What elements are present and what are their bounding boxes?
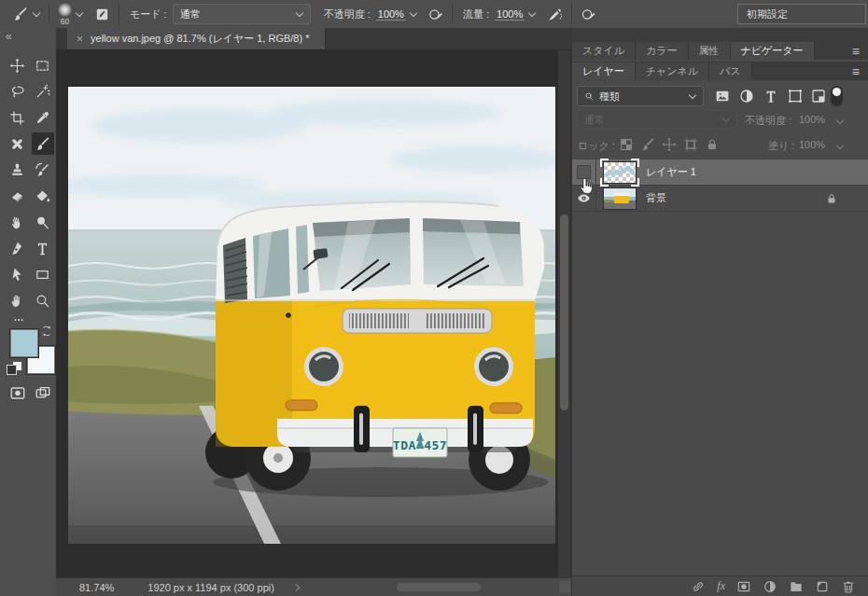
brush-settings-panel-button[interactable] xyxy=(94,7,110,22)
filter-smart-objects-icon[interactable] xyxy=(810,88,827,104)
lock-position-icon[interactable] xyxy=(662,137,677,152)
new-group-icon[interactable] xyxy=(789,579,804,594)
link-layers-icon[interactable] xyxy=(691,579,706,594)
zoom-tool[interactable] xyxy=(32,289,54,312)
spot-healing-tool[interactable] xyxy=(7,132,29,155)
smoothing-button[interactable] xyxy=(581,7,596,22)
canvas-work-area[interactable]: TDA 457 xyxy=(56,50,571,578)
new-layer-icon[interactable] xyxy=(815,579,830,594)
tool-preset-picker[interactable] xyxy=(12,7,40,22)
path-select-tool[interactable] xyxy=(7,263,29,285)
tab-properties[interactable]: 属性 xyxy=(689,42,731,60)
chevron-down-icon[interactable] xyxy=(836,143,844,150)
magic-wand-tool[interactable] xyxy=(32,80,54,103)
layer-row-background[interactable]: 背景 xyxy=(572,186,868,212)
layer-filter-toggle[interactable] xyxy=(831,86,843,106)
chevron-down-icon xyxy=(689,92,696,100)
add-layer-mask-icon[interactable] xyxy=(736,579,751,594)
tab-styles[interactable]: スタイル xyxy=(572,42,636,60)
history-brush-tool[interactable] xyxy=(32,159,54,181)
lock-artboard-icon[interactable] xyxy=(683,137,698,152)
default-colors-icon[interactable] xyxy=(7,361,22,375)
flow-value[interactable]: 100% xyxy=(495,8,525,21)
smudge-tool[interactable] xyxy=(7,211,29,233)
new-adjustment-layer-icon[interactable] xyxy=(763,579,777,594)
foreground-swatch[interactable] xyxy=(9,328,39,358)
mouse-hand-cursor xyxy=(577,174,598,200)
opacity-value[interactable]: 100% xyxy=(376,8,406,21)
brush-preset-picker[interactable]: 60 xyxy=(58,3,72,26)
horizontal-scrollbar-thumb[interactable] xyxy=(397,583,481,591)
move-icon xyxy=(9,58,25,74)
default-settings-button[interactable]: 初期設定 xyxy=(737,4,866,24)
layer1-name[interactable]: レイヤー 1 xyxy=(646,165,696,179)
chevron-down-icon xyxy=(296,10,303,18)
type-tool[interactable] xyxy=(32,237,54,259)
background-thumbnail[interactable] xyxy=(603,187,637,210)
canvas-image[interactable]: TDA 457 xyxy=(68,87,555,544)
chevron-down-icon xyxy=(33,10,40,18)
chevron-down-icon[interactable] xyxy=(410,10,417,18)
status-options-chevron[interactable] xyxy=(293,583,302,592)
tab-paths[interactable]: パス xyxy=(709,62,752,80)
layer-row-layer1[interactable]: レイヤー 1 xyxy=(572,159,868,186)
filter-adjustment-layers-icon[interactable] xyxy=(738,88,755,104)
swap-colors-icon[interactable] xyxy=(40,325,53,338)
layer-effects-button[interactable]: fx xyxy=(717,579,725,593)
panel-menu-icon[interactable]: ≡ xyxy=(852,42,860,60)
chevron-down-icon[interactable] xyxy=(528,10,536,18)
shape-tool[interactable] xyxy=(32,263,54,285)
filter-pixel-layers-icon[interactable] xyxy=(714,88,731,104)
lock-pixels-icon[interactable] xyxy=(640,137,655,152)
hand-tool[interactable] xyxy=(7,289,29,312)
dodge-icon xyxy=(35,215,50,230)
tab-layers[interactable]: レイヤー xyxy=(572,62,636,80)
edit-toolbar-button[interactable] xyxy=(9,314,28,326)
background-layer-name[interactable]: 背景 xyxy=(646,191,666,205)
search-icon xyxy=(584,91,595,102)
filter-type-layers-icon[interactable] xyxy=(763,88,779,104)
crop-tool[interactable] xyxy=(7,106,29,129)
tab-color[interactable]: カラー xyxy=(636,42,689,60)
layer-filter-select[interactable]: 種類 xyxy=(577,86,704,106)
tab-navigator[interactable]: ナビゲーター xyxy=(731,42,815,60)
eyedropper-tool[interactable] xyxy=(32,106,54,129)
dodge-tool[interactable] xyxy=(32,211,54,233)
flow-label: 流量 : xyxy=(463,7,489,21)
layers-blend-mode-select[interactable]: 通常 xyxy=(577,110,737,129)
blend-mode-select[interactable]: 通常 xyxy=(173,4,311,24)
screen-mode-button[interactable] xyxy=(33,384,53,402)
eyedropper-icon xyxy=(35,110,50,126)
close-tab-icon[interactable]: × xyxy=(77,33,83,46)
layer1-thumbnail[interactable] xyxy=(603,161,637,184)
chevron-down-icon[interactable] xyxy=(76,10,83,18)
vertical-scrollbar[interactable] xyxy=(557,50,570,578)
pressure-opacity-button[interactable] xyxy=(427,7,443,22)
vertical-scrollbar-thumb[interactable] xyxy=(560,215,568,410)
filter-shape-layers-icon[interactable] xyxy=(787,88,804,104)
delete-layer-icon[interactable] xyxy=(841,579,856,594)
collapse-panel-button[interactable]: « xyxy=(6,30,11,43)
airbrush-button[interactable] xyxy=(547,7,563,22)
move-tool[interactable] xyxy=(7,54,29,76)
paint-bucket-tool[interactable] xyxy=(32,185,54,207)
layers-opacity-value[interactable]: 100% xyxy=(799,114,825,125)
document-tab[interactable]: × yellow van.jpeg @ 81.7% (レイヤー 1, RGB/8… xyxy=(67,28,326,49)
chevron-down-icon[interactable] xyxy=(836,118,844,125)
quick-mask-button[interactable] xyxy=(7,384,28,402)
fill-value[interactable]: 100% xyxy=(799,139,825,150)
marquee-tool[interactable] xyxy=(32,54,54,76)
panel-menu-icon[interactable]: ≡ xyxy=(852,62,860,80)
tab-channels[interactable]: チャンネル xyxy=(636,62,709,80)
eraser-tool[interactable] xyxy=(7,185,29,207)
layers-blend-mode-value: 通常 xyxy=(584,113,605,127)
lasso-tool[interactable] xyxy=(7,80,29,103)
clone-stamp-tool[interactable] xyxy=(7,159,29,181)
pen-tool[interactable] xyxy=(7,237,29,259)
fill-label: 塗り : xyxy=(768,139,794,153)
zoom-level-field[interactable]: 81.74% xyxy=(79,582,114,593)
brush-tool[interactable] xyxy=(32,132,54,155)
lock-transparency-icon[interactable] xyxy=(619,137,634,152)
lock-all-icon[interactable] xyxy=(705,137,720,152)
marquee-icon xyxy=(35,58,50,74)
